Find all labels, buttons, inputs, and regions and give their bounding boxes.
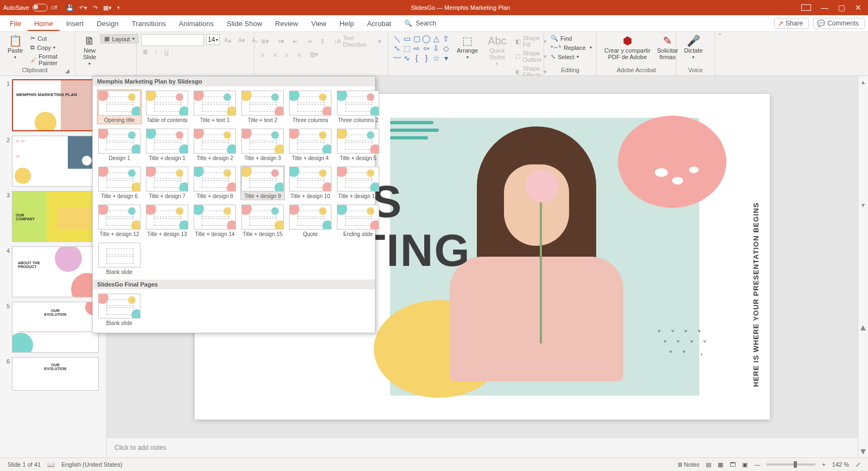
minimize-icon[interactable]: —: [821, 3, 828, 12]
layout-option[interactable]: Title + design 13: [145, 203, 189, 238]
layout-option[interactable]: Title + design 11: [336, 166, 380, 200]
layout-button[interactable]: ▦Layout▾: [100, 34, 138, 43]
sorter-view-icon[interactable]: ▦: [714, 461, 726, 468]
share-button[interactable]: ↗Share: [774, 18, 809, 29]
layout-option[interactable]: Three columns: [288, 90, 333, 124]
vertical-scrollbar[interactable]: ▴ ▾ ⯅ ⯆: [858, 76, 868, 457]
layout-option[interactable]: Title + design 2: [193, 128, 237, 162]
tab-acrobat[interactable]: Acrobat: [360, 16, 398, 31]
shape-diamond-icon[interactable]: ◇: [442, 44, 450, 53]
layout-option[interactable]: Table of contents: [145, 90, 189, 124]
slide-thumbnails-panel[interactable]: 1 MEMPHIS MARKETING PLAN 2 01 02 03: [0, 76, 107, 457]
layout-option[interactable]: Blank slide: [97, 241, 142, 276]
font-family-input[interactable]: [141, 34, 204, 46]
bold-icon[interactable]: B: [141, 48, 150, 56]
shape-curve-icon[interactable]: 〰: [393, 54, 401, 62]
thumbnail-slide-4[interactable]: ABOUT THEPRODUCT: [12, 246, 99, 297]
align-right-icon[interactable]: ≡: [283, 50, 291, 59]
numbering-icon[interactable]: ≡▾: [276, 34, 286, 48]
adobe-create-button[interactable]: ⬢Crear y compartir PDF de Adobe: [601, 34, 654, 61]
layout-option[interactable]: Title + design 14: [193, 203, 237, 238]
collapse-ribbon-icon[interactable]: ˆ: [714, 32, 725, 75]
layout-option[interactable]: Title + text 1: [193, 90, 237, 124]
layout-option[interactable]: Design 1: [97, 128, 142, 162]
shape-freeform-icon[interactable]: ∿: [403, 54, 411, 62]
tab-design[interactable]: Design: [90, 16, 125, 31]
layout-option[interactable]: Title + design 7: [145, 166, 189, 200]
tab-animations[interactable]: Animations: [173, 16, 220, 31]
slideshow-view-icon[interactable]: ▣: [739, 461, 751, 468]
select-button[interactable]: ⤡Select▾: [548, 53, 594, 61]
reading-view-icon[interactable]: 🗔: [726, 461, 739, 468]
justify-icon[interactable]: ≡: [295, 50, 303, 59]
shape-triangle-icon[interactable]: △: [432, 34, 441, 43]
tab-home[interactable]: Home: [28, 16, 60, 31]
scroll-down-icon[interactable]: ▾: [861, 201, 865, 209]
cut-button[interactable]: ✂Cut: [28, 34, 71, 42]
thumbnail-slide-2[interactable]: 01 02 03: [12, 136, 99, 187]
layout-option[interactable]: Title + design 9: [240, 166, 285, 200]
qat-customize-icon[interactable]: ▾: [117, 5, 120, 10]
autosave-toggle[interactable]: [33, 4, 48, 11]
format-painter-button[interactable]: 🖌Format Painter: [28, 53, 71, 67]
text-direction-button[interactable]: ↕AText Direction▾: [331, 34, 384, 48]
layout-option[interactable]: Title + text 2: [240, 90, 285, 124]
tab-review[interactable]: Review: [269, 16, 305, 31]
zoom-out-icon[interactable]: —: [751, 461, 763, 468]
tab-file[interactable]: File: [3, 16, 28, 31]
new-slide-button[interactable]: 🗎 New Slide ▾: [80, 34, 99, 67]
decrease-font-icon[interactable]: A▾: [236, 34, 247, 46]
layout-option[interactable]: Quote: [288, 203, 333, 238]
spellcheck-icon[interactable]: 📖: [44, 461, 58, 468]
tab-transitions[interactable]: Transitions: [125, 16, 173, 31]
prev-slide-icon[interactable]: ⯅: [860, 324, 866, 332]
shape-star-icon[interactable]: ☆: [432, 54, 441, 62]
shape-brace-icon[interactable]: {: [412, 54, 421, 62]
ribbon-display-options-icon[interactable]: [801, 4, 811, 11]
increase-font-icon[interactable]: A▴: [222, 34, 233, 46]
redo-icon[interactable]: ↷: [93, 4, 98, 11]
find-button[interactable]: 🔍Find: [548, 34, 594, 42]
layout-option[interactable]: Title + design 12: [97, 203, 142, 238]
layout-option[interactable]: Title + design 3: [240, 128, 285, 162]
arrange-button[interactable]: ⬚Arrange▾: [454, 34, 481, 61]
slide-counter[interactable]: Slide 1 of 41: [4, 461, 44, 468]
align-left-icon[interactable]: ≡: [259, 50, 266, 59]
line-spacing-icon[interactable]: ⇕: [318, 34, 327, 48]
shape-rrect-icon[interactable]: ▢: [412, 34, 421, 43]
dictate-button[interactable]: 🎤Dictate▾: [681, 34, 706, 61]
next-slide-icon[interactable]: ⯆: [860, 448, 866, 455]
thumbnail-slide-5[interactable]: OUREVOLUTION: [12, 302, 99, 353]
layout-option[interactable]: Blank slide: [97, 292, 142, 327]
font-size-input[interactable]: 14▾: [206, 34, 220, 45]
notes-toggle[interactable]: ≣ Notes: [674, 461, 703, 468]
layout-option[interactable]: Title + design 5: [336, 128, 380, 162]
shapes-gallery[interactable]: ＼▭▢◯△⇧ ⤡⬚⇨⇦⇩◇ 〰∿{}☆▾: [393, 34, 450, 62]
shape-text-icon[interactable]: ⬚: [403, 44, 411, 53]
increase-indent-icon[interactable]: ⇥: [304, 34, 314, 48]
save-icon[interactable]: 💾: [66, 4, 74, 11]
shape-arrow-left-icon[interactable]: ⇦: [422, 44, 431, 53]
tab-help[interactable]: Help: [333, 16, 361, 31]
undo-icon[interactable]: ↶▾: [79, 4, 87, 11]
normal-view-icon[interactable]: ▤: [703, 461, 714, 468]
shape-arrow-right-icon[interactable]: ⇨: [412, 44, 421, 53]
shape-oval-icon[interactable]: ◯: [422, 34, 431, 43]
tab-insert[interactable]: Insert: [60, 16, 91, 31]
shape-line-icon[interactable]: ＼: [393, 34, 401, 43]
underline-icon[interactable]: U: [162, 48, 171, 56]
tell-me-search[interactable]: 🔍 Search: [404, 20, 436, 27]
thumbnail-slide-3[interactable]: OURCOMPANY: [12, 191, 99, 242]
shape-connector-icon[interactable]: ⤡: [393, 44, 401, 53]
layout-option[interactable]: Three columns 2: [336, 90, 380, 124]
quick-styles-button[interactable]: AbcQuick Styles▾: [484, 34, 509, 67]
zoom-slider[interactable]: [767, 463, 815, 466]
layout-option[interactable]: Ending slide: [336, 203, 380, 238]
replace-button[interactable]: ᵃ↔ᵇReplace▾: [548, 43, 594, 52]
close-icon[interactable]: ✕: [855, 3, 861, 12]
layout-option[interactable]: Title + design 6: [97, 166, 142, 200]
fit-to-window-icon[interactable]: ⤢: [852, 461, 864, 468]
shape-rect-icon[interactable]: ▭: [403, 34, 411, 43]
columns-icon[interactable]: ▥▾: [308, 50, 321, 59]
layout-option[interactable]: Title + design 10: [288, 166, 333, 200]
